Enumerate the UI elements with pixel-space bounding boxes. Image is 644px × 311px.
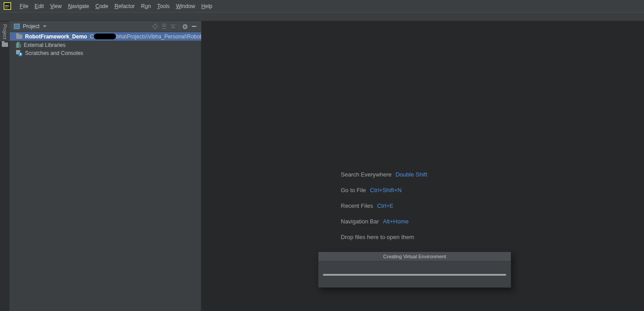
creating-virtual-environment-dialog: Creating Virtual Environment — [318, 252, 511, 288]
menu-code[interactable]: Code — [92, 1, 111, 11]
expand-all-icon[interactable] — [169, 22, 178, 30]
project-path-prefix: C — [90, 34, 94, 40]
menu-tools[interactable]: Tools — [154, 1, 173, 11]
project-panel-header: Project — [10, 21, 201, 32]
menu-help[interactable]: Help — [198, 1, 216, 11]
hint-drop-files: Drop files here to open them — [341, 229, 427, 245]
progress-bar — [323, 274, 506, 276]
tree-row-scratches-and-consoles[interactable]: Scratches and Consoles — [10, 49, 201, 57]
tree-row-external-libraries[interactable]: External Libraries — [10, 41, 201, 49]
chevron-down-icon[interactable] — [43, 25, 47, 27]
folder-icon — [2, 42, 8, 47]
hide-icon[interactable] — [190, 22, 199, 30]
hint-search-everywhere: Search Everywhere Double Shift — [341, 167, 427, 182]
project-name: RobotFramework_Demo — [25, 34, 87, 40]
menu-edit[interactable]: Edit — [31, 1, 47, 11]
tree-item-label: External Libraries — [24, 42, 65, 48]
settings-gear-icon[interactable]: ⚙ — [181, 22, 190, 30]
shortcut-hints: Search Everywhere Double Shift Go to Fil… — [341, 167, 427, 245]
hint-navigation-bar: Navigation Bar Alt+Home — [341, 214, 427, 229]
project-pane-icon — [14, 24, 20, 29]
project-path-suffix: bha\Projects\Vibha_Personal\Robot — [116, 34, 201, 40]
folder-icon — [16, 34, 22, 39]
stripe-project-label: Project — [2, 24, 8, 39]
library-icon — [16, 42, 21, 48]
header-separator — [179, 23, 179, 29]
stripe-project-button[interactable]: Project — [0, 22, 10, 42]
stripe-folder-icon[interactable] — [2, 42, 8, 47]
menu-run[interactable]: Run — [138, 1, 154, 11]
locate-icon[interactable] — [151, 22, 160, 30]
collapse-all-icon[interactable] — [160, 22, 169, 30]
tool-window-stripe — [0, 21, 10, 311]
redaction-blob — [94, 34, 116, 39]
menu-refactor[interactable]: Refactor — [111, 1, 138, 11]
menu-view[interactable]: View — [47, 1, 65, 11]
pycharm-logo-icon: PC — [4, 2, 11, 10]
dialog-title-text: Creating Virtual Environment — [383, 254, 446, 259]
panel-title[interactable]: Project — [23, 23, 39, 29]
menu-window[interactable]: Window — [173, 1, 198, 11]
menu-file[interactable]: File — [17, 1, 31, 11]
menu-navigate[interactable]: Navigate — [65, 1, 92, 11]
tree-row-project-root[interactable]: RobotFramework_Demo C bha\Projects\Vibha… — [10, 32, 201, 41]
scratches-icon — [16, 50, 22, 56]
hint-go-to-file: Go to File Ctrl+Shift+N — [341, 182, 427, 198]
tree-item-label: Scratches and Consoles — [25, 50, 83, 56]
dialog-title: Creating Virtual Environment — [318, 252, 511, 261]
navigation-bar — [0, 12, 644, 21]
hint-recent-files: Recent Files Ctrl+E — [341, 198, 427, 214]
project-tool-window: Project — [10, 21, 201, 311]
menu-bar: PC File Edit View Navigate Code Refactor… — [0, 0, 644, 12]
